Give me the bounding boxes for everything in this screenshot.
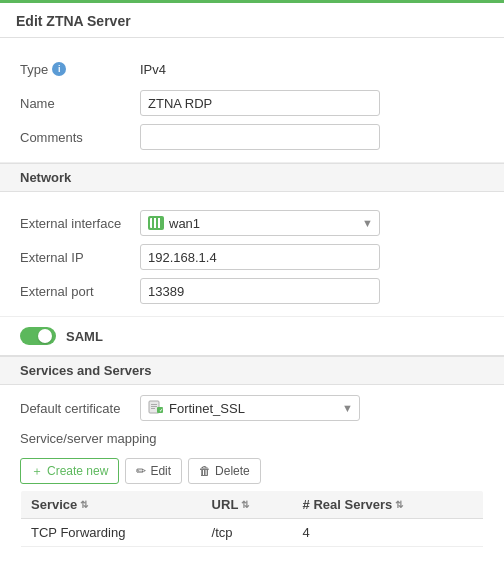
cell-service: TCP Forwarding xyxy=(21,519,202,547)
saml-label: SAML xyxy=(66,329,103,344)
default-cert-select[interactable]: ✓ Fortinet_SSL ▼ xyxy=(140,395,360,421)
saml-toggle[interactable] xyxy=(20,327,56,345)
comments-label: Comments xyxy=(20,130,140,145)
svg-rect-3 xyxy=(151,408,155,409)
services-section-body: Default certificate ✓ Fortinet_SSL xyxy=(0,385,504,569)
trash-icon: 🗑 xyxy=(199,464,211,478)
cert-dropdown-arrow: ▼ xyxy=(342,402,353,414)
comments-row: Comments xyxy=(20,124,484,150)
sort-service-icon: ⇅ xyxy=(80,499,88,510)
name-input[interactable] xyxy=(140,90,380,116)
external-interface-label: External interface xyxy=(20,216,140,231)
type-row: Type i IPv4 xyxy=(20,56,484,82)
col-real-servers[interactable]: # Real Servers ⇅ xyxy=(293,491,484,519)
form-body: Type i IPv4 Name Comments Network Extern… xyxy=(0,38,504,569)
table-header-row: Service ⇅ URL ⇅ # Real Servers ⇅ xyxy=(21,491,484,519)
title-text: Edit ZTNA Server xyxy=(16,13,131,29)
services-section-label: Services and Servers xyxy=(0,356,504,385)
comments-input[interactable] xyxy=(140,124,380,150)
type-info-icon[interactable]: i xyxy=(52,62,66,76)
default-cert-row: Default certificate ✓ Fortinet_SSL xyxy=(20,395,484,421)
external-port-row: External port xyxy=(20,278,484,304)
svg-rect-2 xyxy=(151,406,157,407)
network-section-label: Network xyxy=(0,163,504,192)
plus-icon: ＋ xyxy=(31,463,43,480)
create-new-button[interactable]: ＋ Create new xyxy=(20,458,119,484)
external-port-input[interactable] xyxy=(140,278,380,304)
name-label: Name xyxy=(20,96,140,111)
cell-real-servers: 4 xyxy=(293,519,484,547)
table-toolbar: ＋ Create new ✏ Edit 🗑 Delete xyxy=(20,452,484,490)
delete-label: Delete xyxy=(215,464,250,478)
saml-section: SAML xyxy=(0,317,504,356)
mapping-table: Service ⇅ URL ⇅ # Real Servers ⇅ xyxy=(20,490,484,569)
interface-value: wan1 xyxy=(169,216,200,231)
network-fields-section: External interface wan1 ▼ External IP Ex… xyxy=(0,192,504,317)
create-new-label: Create new xyxy=(47,464,108,478)
delete-button[interactable]: 🗑 Delete xyxy=(188,458,261,484)
col-service[interactable]: Service ⇅ xyxy=(21,491,202,519)
wan-icon xyxy=(148,216,164,230)
toggle-knob xyxy=(38,329,52,343)
svg-rect-1 xyxy=(151,404,157,405)
name-row: Name xyxy=(20,90,484,116)
external-interface-row: External interface wan1 ▼ xyxy=(20,210,484,236)
external-ip-row: External IP xyxy=(20,244,484,270)
type-label: Type i xyxy=(20,62,140,77)
external-port-label: External port xyxy=(20,284,140,299)
interface-dropdown-arrow: ▼ xyxy=(362,217,373,229)
svg-text:✓: ✓ xyxy=(159,407,163,413)
sort-servers-icon: ⇅ xyxy=(395,499,403,510)
edit-button[interactable]: ✏ Edit xyxy=(125,458,182,484)
table-row[interactable]: TCP Forwarding /tcp 4 xyxy=(21,519,484,547)
external-ip-input[interactable] xyxy=(140,244,380,270)
default-cert-label: Default certificate xyxy=(20,401,140,416)
type-value: IPv4 xyxy=(140,62,166,77)
external-interface-select[interactable]: wan1 ▼ xyxy=(140,210,380,236)
empty-row xyxy=(21,547,484,570)
cert-icon: ✓ xyxy=(148,399,164,418)
col-url[interactable]: URL ⇅ xyxy=(202,491,293,519)
mapping-label: Service/server mapping xyxy=(20,431,484,446)
basic-fields-section: Type i IPv4 Name Comments xyxy=(0,38,504,163)
dialog-title: Edit ZTNA Server xyxy=(0,0,504,38)
sort-url-icon: ⇅ xyxy=(241,499,249,510)
external-ip-label: External IP xyxy=(20,250,140,265)
edit-label: Edit xyxy=(150,464,171,478)
cell-url: /tcp xyxy=(202,519,293,547)
cert-value: Fortinet_SSL xyxy=(169,401,245,416)
edit-icon: ✏ xyxy=(136,464,146,478)
